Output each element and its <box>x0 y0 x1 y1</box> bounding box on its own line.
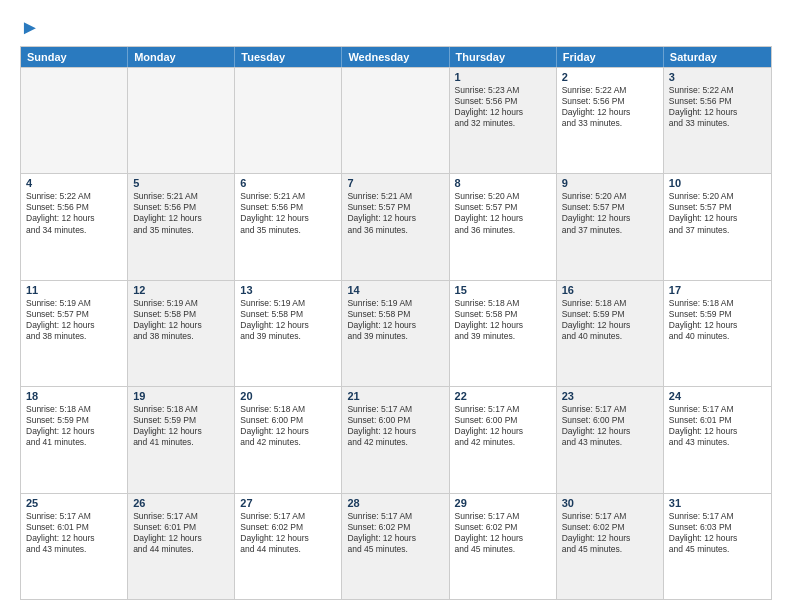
day-number: 7 <box>347 177 443 189</box>
calendar-cell <box>342 68 449 173</box>
calendar-cell: 3Sunrise: 5:22 AMSunset: 5:56 PMDaylight… <box>664 68 771 173</box>
cell-info: Sunrise: 5:17 AMSunset: 6:01 PMDaylight:… <box>669 404 766 448</box>
calendar-cell: 5Sunrise: 5:21 AMSunset: 5:56 PMDaylight… <box>128 174 235 279</box>
cell-info: Sunrise: 5:21 AMSunset: 5:56 PMDaylight:… <box>240 191 336 235</box>
calendar-cell: 18Sunrise: 5:18 AMSunset: 5:59 PMDayligh… <box>21 387 128 492</box>
logo: ► <box>20 16 40 38</box>
cell-info: Sunrise: 5:20 AMSunset: 5:57 PMDaylight:… <box>455 191 551 235</box>
calendar-week-4: 18Sunrise: 5:18 AMSunset: 5:59 PMDayligh… <box>21 386 771 492</box>
calendar-cell: 20Sunrise: 5:18 AMSunset: 6:00 PMDayligh… <box>235 387 342 492</box>
calendar-cell: 6Sunrise: 5:21 AMSunset: 5:56 PMDaylight… <box>235 174 342 279</box>
calendar-cell: 31Sunrise: 5:17 AMSunset: 6:03 PMDayligh… <box>664 494 771 599</box>
day-number: 4 <box>26 177 122 189</box>
cell-info: Sunrise: 5:18 AMSunset: 5:59 PMDaylight:… <box>669 298 766 342</box>
calendar-body: 1Sunrise: 5:23 AMSunset: 5:56 PMDaylight… <box>21 67 771 599</box>
cell-info: Sunrise: 5:17 AMSunset: 6:03 PMDaylight:… <box>669 511 766 555</box>
calendar-cell: 15Sunrise: 5:18 AMSunset: 5:58 PMDayligh… <box>450 281 557 386</box>
page: ► SundayMondayTuesdayWednesdayThursdayFr… <box>0 0 792 612</box>
calendar-week-3: 11Sunrise: 5:19 AMSunset: 5:57 PMDayligh… <box>21 280 771 386</box>
calendar-cell: 22Sunrise: 5:17 AMSunset: 6:00 PMDayligh… <box>450 387 557 492</box>
day-header-thursday: Thursday <box>450 47 557 67</box>
day-number: 12 <box>133 284 229 296</box>
calendar: SundayMondayTuesdayWednesdayThursdayFrid… <box>20 46 772 600</box>
cell-info: Sunrise: 5:18 AMSunset: 5:59 PMDaylight:… <box>133 404 229 448</box>
day-number: 23 <box>562 390 658 402</box>
day-number: 6 <box>240 177 336 189</box>
calendar-week-5: 25Sunrise: 5:17 AMSunset: 6:01 PMDayligh… <box>21 493 771 599</box>
calendar-cell: 14Sunrise: 5:19 AMSunset: 5:58 PMDayligh… <box>342 281 449 386</box>
calendar-cell: 24Sunrise: 5:17 AMSunset: 6:01 PMDayligh… <box>664 387 771 492</box>
calendar-cell: 16Sunrise: 5:18 AMSunset: 5:59 PMDayligh… <box>557 281 664 386</box>
day-header-monday: Monday <box>128 47 235 67</box>
day-number: 25 <box>26 497 122 509</box>
day-number: 29 <box>455 497 551 509</box>
calendar-cell: 2Sunrise: 5:22 AMSunset: 5:56 PMDaylight… <box>557 68 664 173</box>
calendar-cell: 17Sunrise: 5:18 AMSunset: 5:59 PMDayligh… <box>664 281 771 386</box>
cell-info: Sunrise: 5:17 AMSunset: 6:00 PMDaylight:… <box>347 404 443 448</box>
cell-info: Sunrise: 5:18 AMSunset: 5:58 PMDaylight:… <box>455 298 551 342</box>
calendar-cell: 25Sunrise: 5:17 AMSunset: 6:01 PMDayligh… <box>21 494 128 599</box>
calendar-cell <box>235 68 342 173</box>
cell-info: Sunrise: 5:19 AMSunset: 5:57 PMDaylight:… <box>26 298 122 342</box>
day-number: 19 <box>133 390 229 402</box>
calendar-cell: 30Sunrise: 5:17 AMSunset: 6:02 PMDayligh… <box>557 494 664 599</box>
cell-info: Sunrise: 5:20 AMSunset: 5:57 PMDaylight:… <box>562 191 658 235</box>
calendar-cell: 8Sunrise: 5:20 AMSunset: 5:57 PMDaylight… <box>450 174 557 279</box>
day-number: 17 <box>669 284 766 296</box>
day-number: 15 <box>455 284 551 296</box>
day-number: 8 <box>455 177 551 189</box>
calendar-cell: 4Sunrise: 5:22 AMSunset: 5:56 PMDaylight… <box>21 174 128 279</box>
calendar-cell: 1Sunrise: 5:23 AMSunset: 5:56 PMDaylight… <box>450 68 557 173</box>
calendar-cell: 7Sunrise: 5:21 AMSunset: 5:57 PMDaylight… <box>342 174 449 279</box>
calendar-cell: 11Sunrise: 5:19 AMSunset: 5:57 PMDayligh… <box>21 281 128 386</box>
cell-info: Sunrise: 5:17 AMSunset: 6:01 PMDaylight:… <box>133 511 229 555</box>
day-number: 21 <box>347 390 443 402</box>
cell-info: Sunrise: 5:23 AMSunset: 5:56 PMDaylight:… <box>455 85 551 129</box>
calendar-cell <box>128 68 235 173</box>
cell-info: Sunrise: 5:21 AMSunset: 5:56 PMDaylight:… <box>133 191 229 235</box>
logo-text: ► <box>20 16 40 38</box>
day-number: 18 <box>26 390 122 402</box>
cell-info: Sunrise: 5:21 AMSunset: 5:57 PMDaylight:… <box>347 191 443 235</box>
day-number: 10 <box>669 177 766 189</box>
cell-info: Sunrise: 5:18 AMSunset: 6:00 PMDaylight:… <box>240 404 336 448</box>
cell-info: Sunrise: 5:17 AMSunset: 6:00 PMDaylight:… <box>455 404 551 448</box>
day-number: 28 <box>347 497 443 509</box>
day-number: 13 <box>240 284 336 296</box>
day-number: 24 <box>669 390 766 402</box>
day-number: 11 <box>26 284 122 296</box>
day-header-sunday: Sunday <box>21 47 128 67</box>
day-number: 20 <box>240 390 336 402</box>
cell-info: Sunrise: 5:20 AMSunset: 5:57 PMDaylight:… <box>669 191 766 235</box>
calendar-week-2: 4Sunrise: 5:22 AMSunset: 5:56 PMDaylight… <box>21 173 771 279</box>
calendar-cell: 10Sunrise: 5:20 AMSunset: 5:57 PMDayligh… <box>664 174 771 279</box>
cell-info: Sunrise: 5:22 AMSunset: 5:56 PMDaylight:… <box>26 191 122 235</box>
calendar-cell: 28Sunrise: 5:17 AMSunset: 6:02 PMDayligh… <box>342 494 449 599</box>
cell-info: Sunrise: 5:22 AMSunset: 5:56 PMDaylight:… <box>562 85 658 129</box>
day-number: 2 <box>562 71 658 83</box>
day-number: 1 <box>455 71 551 83</box>
day-number: 5 <box>133 177 229 189</box>
cell-info: Sunrise: 5:19 AMSunset: 5:58 PMDaylight:… <box>347 298 443 342</box>
day-number: 14 <box>347 284 443 296</box>
cell-info: Sunrise: 5:18 AMSunset: 5:59 PMDaylight:… <box>562 298 658 342</box>
cell-info: Sunrise: 5:17 AMSunset: 6:02 PMDaylight:… <box>562 511 658 555</box>
cell-info: Sunrise: 5:19 AMSunset: 5:58 PMDaylight:… <box>240 298 336 342</box>
calendar-week-1: 1Sunrise: 5:23 AMSunset: 5:56 PMDaylight… <box>21 67 771 173</box>
cell-info: Sunrise: 5:17 AMSunset: 6:02 PMDaylight:… <box>347 511 443 555</box>
day-number: 27 <box>240 497 336 509</box>
calendar-cell: 23Sunrise: 5:17 AMSunset: 6:00 PMDayligh… <box>557 387 664 492</box>
calendar-cell: 26Sunrise: 5:17 AMSunset: 6:01 PMDayligh… <box>128 494 235 599</box>
day-number: 22 <box>455 390 551 402</box>
day-number: 16 <box>562 284 658 296</box>
day-number: 31 <box>669 497 766 509</box>
day-number: 30 <box>562 497 658 509</box>
day-number: 26 <box>133 497 229 509</box>
calendar-header: SundayMondayTuesdayWednesdayThursdayFrid… <box>21 47 771 67</box>
day-header-friday: Friday <box>557 47 664 67</box>
day-header-tuesday: Tuesday <box>235 47 342 67</box>
day-number: 9 <box>562 177 658 189</box>
cell-info: Sunrise: 5:22 AMSunset: 5:56 PMDaylight:… <box>669 85 766 129</box>
cell-info: Sunrise: 5:19 AMSunset: 5:58 PMDaylight:… <box>133 298 229 342</box>
cell-info: Sunrise: 5:17 AMSunset: 6:02 PMDaylight:… <box>455 511 551 555</box>
